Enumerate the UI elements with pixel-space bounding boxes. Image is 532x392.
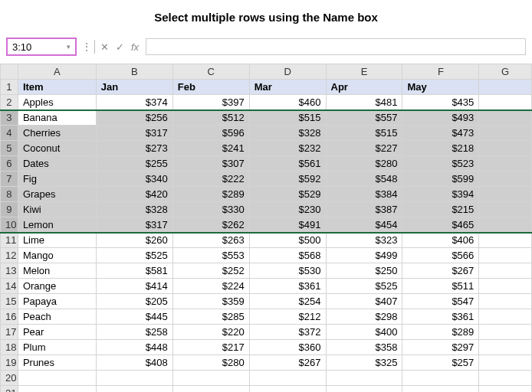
cell[interactable]: $205 bbox=[96, 294, 172, 309]
cell[interactable] bbox=[479, 386, 532, 393]
row-header[interactable]: 14 bbox=[1, 279, 18, 294]
cell[interactable]: Papaya bbox=[18, 294, 96, 309]
cell[interactable] bbox=[479, 110, 532, 126]
cell[interactable]: $360 bbox=[249, 340, 326, 355]
cell[interactable]: $394 bbox=[402, 187, 479, 202]
cell[interactable]: $473 bbox=[402, 126, 479, 141]
cell[interactable]: $257 bbox=[402, 355, 479, 371]
cell[interactable] bbox=[479, 141, 532, 156]
row-header[interactable]: 7 bbox=[1, 172, 18, 187]
cell[interactable]: $273 bbox=[96, 141, 172, 156]
row-header[interactable]: 9 bbox=[1, 202, 18, 217]
cell[interactable]: $460 bbox=[249, 95, 326, 110]
cell[interactable]: $491 bbox=[249, 217, 326, 233]
cell[interactable]: Coconut bbox=[18, 141, 96, 156]
row-header[interactable]: 17 bbox=[1, 325, 18, 340]
col-header[interactable]: B bbox=[96, 64, 172, 80]
cell[interactable] bbox=[479, 294, 532, 309]
cell[interactable]: $512 bbox=[172, 110, 249, 126]
cell[interactable] bbox=[479, 202, 532, 217]
row-header[interactable]: 19 bbox=[1, 355, 18, 371]
cell[interactable]: $220 bbox=[172, 325, 249, 340]
spreadsheet-grid[interactable]: A B C D E F G 1ItemJanFebMarAprMay2Apple… bbox=[0, 64, 532, 392]
cell[interactable] bbox=[18, 386, 96, 393]
row-header[interactable]: 5 bbox=[1, 141, 18, 156]
row-header[interactable]: 20 bbox=[1, 371, 18, 386]
cell[interactable]: $525 bbox=[326, 279, 402, 294]
cell[interactable]: $420 bbox=[96, 187, 172, 202]
cell[interactable]: $298 bbox=[326, 309, 402, 325]
cell[interactable]: $499 bbox=[326, 248, 402, 263]
cell[interactable]: $267 bbox=[249, 355, 326, 371]
cell[interactable] bbox=[479, 80, 532, 95]
row-header[interactable]: 13 bbox=[1, 263, 18, 279]
col-header[interactable]: A bbox=[18, 64, 96, 80]
cell[interactable]: $374 bbox=[96, 95, 172, 110]
cell[interactable]: $328 bbox=[249, 126, 326, 141]
row-header[interactable]: 3 bbox=[1, 110, 18, 126]
row-header[interactable]: 21 bbox=[1, 386, 18, 393]
row-header[interactable]: 11 bbox=[1, 233, 18, 248]
col-header[interactable]: F bbox=[402, 64, 479, 80]
cell[interactable] bbox=[479, 156, 532, 172]
formula-input[interactable] bbox=[146, 38, 526, 55]
cell[interactable]: $493 bbox=[402, 110, 479, 126]
cell[interactable]: $414 bbox=[96, 279, 172, 294]
row-header[interactable]: 1 bbox=[1, 80, 18, 95]
cell[interactable] bbox=[172, 386, 249, 393]
header-cell[interactable]: Mar bbox=[249, 80, 326, 95]
cell[interactable]: Pear bbox=[18, 325, 96, 340]
cell[interactable]: $289 bbox=[172, 187, 249, 202]
cell[interactable]: $258 bbox=[96, 325, 172, 340]
cell[interactable]: $285 bbox=[172, 309, 249, 325]
cell[interactable] bbox=[172, 371, 249, 386]
cell[interactable]: $227 bbox=[326, 141, 402, 156]
cell[interactable]: $548 bbox=[326, 172, 402, 187]
cell[interactable]: $317 bbox=[96, 126, 172, 141]
cell[interactable]: $448 bbox=[96, 340, 172, 355]
cell[interactable]: $387 bbox=[326, 202, 402, 217]
cell[interactable]: $230 bbox=[249, 202, 326, 217]
cell[interactable]: $222 bbox=[172, 172, 249, 187]
cell[interactable]: $408 bbox=[96, 355, 172, 371]
cell[interactable]: $525 bbox=[96, 248, 172, 263]
cell[interactable]: $224 bbox=[172, 279, 249, 294]
row-header[interactable]: 15 bbox=[1, 294, 18, 309]
cell[interactable] bbox=[96, 371, 172, 386]
cell[interactable]: $250 bbox=[326, 263, 402, 279]
cell[interactable] bbox=[479, 217, 532, 233]
cancel-icon[interactable]: ✕ bbox=[98, 41, 110, 53]
cell[interactable]: $592 bbox=[249, 172, 326, 187]
cell[interactable]: Kiwi bbox=[18, 202, 96, 217]
cell[interactable]: $445 bbox=[96, 309, 172, 325]
header-cell[interactable]: May bbox=[402, 80, 479, 95]
cell[interactable] bbox=[326, 371, 402, 386]
cell[interactable]: $406 bbox=[402, 233, 479, 248]
cell[interactable] bbox=[479, 371, 532, 386]
cell[interactable]: Lime bbox=[18, 233, 96, 248]
cell[interactable]: $323 bbox=[326, 233, 402, 248]
cell[interactable]: $325 bbox=[326, 355, 402, 371]
cell[interactable] bbox=[479, 309, 532, 325]
cell[interactable]: $330 bbox=[172, 202, 249, 217]
col-header[interactable]: D bbox=[249, 64, 326, 80]
cell[interactable]: Apples bbox=[18, 95, 96, 110]
header-cell[interactable]: Jan bbox=[96, 80, 172, 95]
fx-icon[interactable]: fx bbox=[129, 41, 141, 53]
cell[interactable]: $263 bbox=[172, 233, 249, 248]
cell[interactable] bbox=[479, 172, 532, 187]
cell[interactable]: $254 bbox=[249, 294, 326, 309]
cell[interactable] bbox=[96, 386, 172, 393]
header-cell[interactable]: Item bbox=[18, 80, 96, 95]
cell[interactable]: Fig bbox=[18, 172, 96, 187]
chevron-down-icon[interactable]: ▾ bbox=[67, 43, 71, 51]
name-box[interactable]: 3:10 ▾ bbox=[6, 38, 77, 56]
cell[interactable]: Grapes bbox=[18, 187, 96, 202]
cell[interactable]: $359 bbox=[172, 294, 249, 309]
cell[interactable] bbox=[18, 371, 96, 386]
col-header[interactable]: E bbox=[326, 64, 402, 80]
row-header[interactable]: 8 bbox=[1, 187, 18, 202]
cell[interactable]: Plum bbox=[18, 340, 96, 355]
cell[interactable]: $568 bbox=[249, 248, 326, 263]
cell[interactable]: $530 bbox=[249, 263, 326, 279]
